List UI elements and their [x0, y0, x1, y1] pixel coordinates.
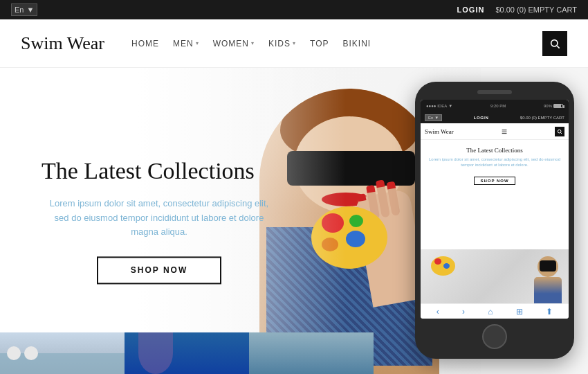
- phone-mockup: ●●●● IDEA ▼ 9:20 PM 90% En: [415, 82, 574, 359]
- phone-speaker: [477, 90, 512, 94]
- phone-search-icon: [557, 129, 562, 134]
- phone-back-icon[interactable]: ‹: [437, 307, 439, 317]
- cart-button[interactable]: $0.00 (0) EMPTY CART: [495, 6, 577, 14]
- lang-arrow: ▼: [26, 6, 34, 14]
- site-logo[interactable]: Swim Wear: [21, 33, 131, 54]
- phone-wifi: ▼: [448, 104, 452, 108]
- main-navigation: HOME MEN ▾ WOMEN ▾ KIDS ▾ TOP BIKINI: [131, 39, 542, 48]
- svg-point-2: [558, 130, 561, 133]
- phone-lang-arrow: ▼: [434, 116, 439, 120]
- top-bar: En ▼ LOGIN $0.00 (0) EMPTY CART: [0, 0, 588, 19]
- phone-share-icon[interactable]: ⬆: [546, 307, 553, 317]
- phone-search-button[interactable]: [555, 127, 564, 136]
- phone-logo[interactable]: Swim Wear: [425, 128, 454, 135]
- nav-kids-label: KIDS: [268, 39, 291, 48]
- nav-top-label: TOP: [310, 39, 329, 48]
- phone-signal: ●●●● IDEA: [426, 104, 447, 108]
- thumbnail-3[interactable]: [249, 332, 374, 374]
- search-icon: [549, 38, 560, 49]
- phone-cart-label[interactable]: $0.00 (0) EMPTY CART: [520, 116, 564, 120]
- phone-lang: En: [428, 116, 433, 120]
- phone-menu-icon[interactable]: ≡: [502, 126, 507, 137]
- phone-battery-icon: [553, 104, 563, 108]
- hero-subtitle: Lorem ipsum dolor sit amet, consectetur …: [42, 197, 277, 240]
- phone-lang-selector[interactable]: En ▼: [425, 114, 442, 121]
- phone-hero-title: The Latest Collections: [425, 147, 564, 154]
- nav-home-label: HOME: [131, 39, 159, 48]
- phone-battery-fill: [554, 105, 561, 107]
- phone-forward-icon[interactable]: ›: [462, 307, 465, 317]
- nav-men[interactable]: MEN ▾: [173, 39, 199, 48]
- phone-header-mid: En ▼ LOGIN $0.00 (0) EMPTY CART: [421, 112, 569, 123]
- hero-content: The Latest Collections Lorem ipsum dolor…: [42, 157, 277, 284]
- phone-status-bar: ●●●● IDEA ▼ 9:20 PM 90%: [421, 100, 569, 112]
- nav-top[interactable]: TOP: [310, 39, 329, 48]
- phone-battery-tip: [563, 105, 564, 108]
- language-selector[interactable]: En ▼: [11, 3, 37, 16]
- nav-bikini[interactable]: BIKINI: [342, 39, 371, 48]
- phone-home-button[interactable]: [482, 324, 507, 349]
- phone-battery-area: 90%: [544, 104, 563, 108]
- nav-women[interactable]: WOMEN ▾: [213, 39, 255, 48]
- hero-section: The Latest Collections Lorem ipsum dolor…: [0, 68, 588, 374]
- nav-home[interactable]: HOME: [131, 39, 159, 48]
- hero-title: The Latest Collections: [42, 157, 277, 186]
- nav-bikini-label: BIKINI: [342, 39, 371, 48]
- thumbnail-1[interactable]: [0, 332, 125, 374]
- phone-outer: ●●●● IDEA ▼ 9:20 PM 90% En: [415, 82, 574, 359]
- lang-label: En: [15, 6, 24, 14]
- nav-kids-arrow: ▾: [293, 40, 296, 46]
- nav-kids[interactable]: KIDS ▾: [268, 39, 296, 48]
- search-button[interactable]: [542, 31, 567, 56]
- phone-home-icon[interactable]: ⌂: [488, 307, 493, 317]
- phone-hero-content: The Latest Collections Lorem ipsum dolor…: [421, 140, 569, 189]
- top-bar-left: En ▼: [11, 3, 37, 16]
- svg-line-3: [560, 132, 562, 134]
- site-header: Swim Wear HOME MEN ▾ WOMEN ▾ KIDS ▾ TOP …: [0, 19, 588, 68]
- nav-women-arrow: ▾: [251, 40, 255, 46]
- shop-now-button[interactable]: SHOP NOW: [97, 257, 221, 285]
- bottom-thumbnail-strip: [0, 332, 374, 374]
- top-bar-right: LOGIN $0.00 (0) EMPTY CART: [457, 6, 577, 14]
- svg-point-0: [551, 39, 558, 46]
- phone-battery: 90%: [544, 104, 552, 108]
- phone-bottom-navigation: ‹ › ⌂ ⊞ ⬆: [421, 303, 569, 319]
- phone-login-label[interactable]: LOGIN: [474, 116, 489, 120]
- phone-hero-subtitle: Lorem ipsum dolor sit amet, consectetur …: [425, 157, 564, 168]
- phone-shop-button[interactable]: SHOP NOW: [474, 177, 515, 185]
- phone-time: 9:20 PM: [490, 104, 506, 108]
- phone-tabs-icon[interactable]: ⊞: [516, 307, 523, 317]
- phone-header: Swim Wear ≡: [421, 123, 569, 140]
- login-button[interactable]: LOGIN: [457, 6, 485, 14]
- thumbnail-2[interactable]: [125, 332, 249, 374]
- nav-women-label: WOMEN: [213, 39, 249, 48]
- nav-men-label: MEN: [173, 39, 194, 48]
- phone-beach-ball: [431, 256, 455, 276]
- nav-men-arrow: ▾: [196, 40, 199, 46]
- svg-line-1: [557, 46, 560, 48]
- phone-screen: ●●●● IDEA ▼ 9:20 PM 90% En: [421, 100, 569, 319]
